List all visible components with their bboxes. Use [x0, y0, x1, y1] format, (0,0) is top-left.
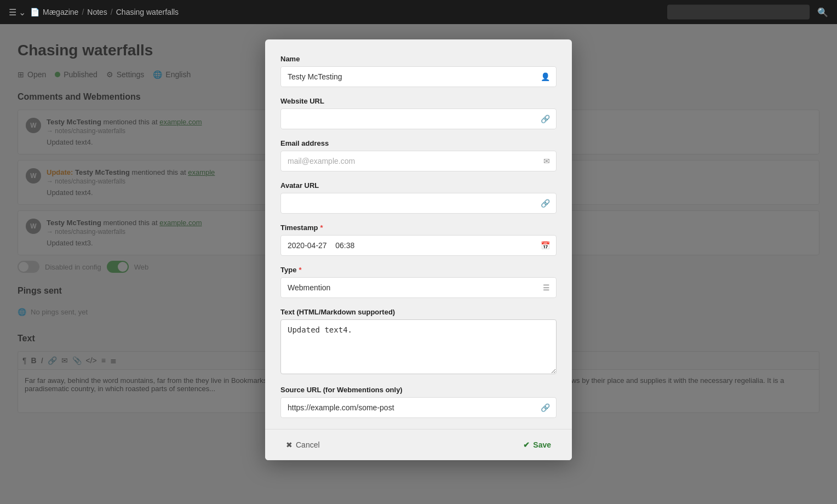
text-label: Text (HTML/Markdown supported)	[280, 308, 557, 316]
timestamp-required: *	[320, 224, 323, 232]
type-input[interactable]	[280, 277, 557, 298]
name-label: Name	[280, 55, 557, 63]
breadcrumb: 📄 Mægazine / Notes / Chasing waterfalls	[30, 8, 179, 16]
source-field-group: Source URL (for Webmentions only)	[280, 386, 557, 418]
menu-icon[interactable]: ☰	[9, 7, 16, 18]
website-input-wrap	[280, 108, 557, 129]
search-icon[interactable]: 🔍	[817, 7, 828, 18]
name-input[interactable]	[280, 66, 557, 87]
breadcrumb-sep-1: /	[82, 8, 84, 16]
save-button[interactable]: ✔ Save	[518, 437, 557, 453]
type-label: Type *	[280, 266, 557, 274]
save-icon: ✔	[523, 440, 530, 449]
avatar-input-wrap	[280, 193, 557, 214]
breadcrumb-magazine[interactable]: Mægazine	[43, 8, 78, 16]
source-input-wrap	[280, 397, 557, 418]
mail-icon	[543, 156, 550, 166]
email-input-wrap	[280, 151, 557, 171]
timestamp-input[interactable]	[280, 235, 557, 256]
avatar-field-group: Avatar URL	[280, 181, 557, 214]
email-field-group: Email address	[280, 139, 557, 171]
type-required: *	[299, 266, 301, 274]
source-label: Source URL (for Webmentions only)	[280, 386, 557, 394]
link-icon-source	[541, 403, 550, 413]
page-icon: 📄	[30, 8, 39, 16]
type-field-group: Type *	[280, 266, 557, 298]
breadcrumb-notes[interactable]: Notes	[87, 8, 107, 16]
type-input-wrap	[280, 277, 557, 298]
modal-footer: ✖ Cancel ✔ Save	[265, 429, 572, 460]
website-field-group: Website URL	[280, 97, 557, 129]
source-input[interactable]	[280, 397, 557, 418]
list-icon	[543, 283, 550, 293]
breadcrumb-sep-2: /	[111, 8, 113, 16]
edit-comment-modal: Name Website URL Email address	[265, 39, 572, 460]
link-icon-avatar	[541, 198, 550, 208]
chevron-down-icon[interactable]: ⌄	[19, 7, 26, 18]
name-input-wrap	[280, 66, 557, 87]
website-input[interactable]	[280, 108, 557, 129]
cancel-icon: ✖	[286, 440, 293, 449]
cancel-label: Cancel	[296, 440, 320, 449]
timestamp-input-wrap	[280, 235, 557, 256]
page-background: Chasing waterfalls ⊞ Open Published ⚙ Se…	[0, 24, 837, 504]
search-input[interactable]	[667, 5, 810, 20]
name-field-group: Name	[280, 55, 557, 87]
text-field-group: Text (HTML/Markdown supported) Updated t…	[280, 308, 557, 376]
link-icon	[541, 114, 550, 124]
website-label: Website URL	[280, 97, 557, 105]
timestamp-field-group: Timestamp *	[280, 224, 557, 256]
breadcrumb-current: Chasing waterfalls	[116, 8, 179, 16]
nav-icons: ☰ ⌄	[9, 7, 26, 18]
top-nav: ☰ ⌄ 📄 Mægazine / Notes / Chasing waterfa…	[0, 0, 837, 24]
email-label: Email address	[280, 139, 557, 147]
timestamp-label: Timestamp *	[280, 224, 557, 232]
avatar-input[interactable]	[280, 193, 557, 214]
save-label: Save	[533, 440, 551, 449]
person-icon	[541, 72, 550, 82]
email-input[interactable]	[280, 151, 557, 171]
text-textarea[interactable]: Updated text4.	[280, 319, 557, 374]
modal-body: Name Website URL Email address	[265, 39, 572, 429]
cancel-button[interactable]: ✖ Cancel	[280, 437, 325, 453]
calendar-icon	[541, 240, 550, 250]
avatar-label: Avatar URL	[280, 181, 557, 190]
